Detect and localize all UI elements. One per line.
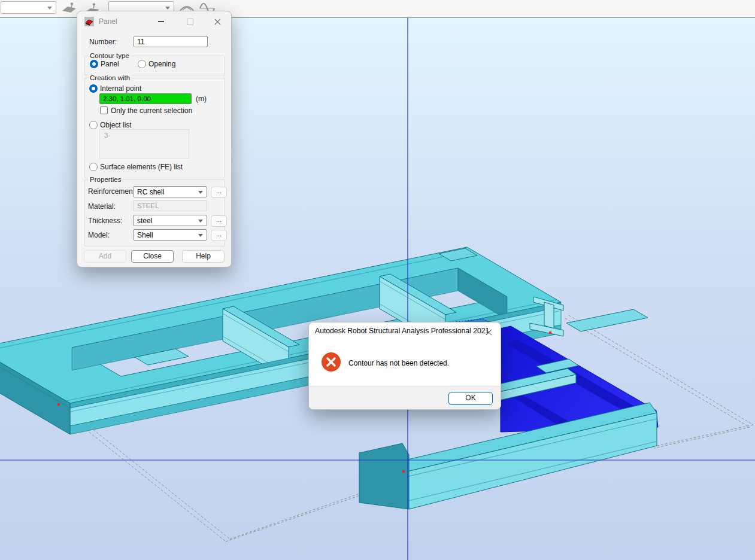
properties-label: Properties [88, 176, 123, 183]
thickness-label: Thickness: [88, 217, 122, 225]
material-field: STEEL [133, 200, 207, 211]
minimize-button[interactable] [153, 16, 169, 28]
minimize-icon [158, 21, 164, 22]
maximize-icon [187, 19, 193, 25]
radio-panel[interactable] [90, 60, 98, 68]
units-label: (m) [196, 95, 207, 103]
panel-dialog-title: Panel [99, 17, 117, 26]
radio-fe-list-label[interactable]: Surface elements (FE) list [100, 163, 183, 171]
contour-type-label: Contour type [88, 52, 131, 59]
radio-object-list[interactable] [89, 121, 98, 129]
radio-panel-label[interactable]: Panel [101, 60, 119, 68]
reinforcement-label: Reinforcement [88, 187, 135, 196]
panel-dialog: Panel Number: Contour type Panel Opening… [77, 11, 232, 267]
error-close-button[interactable] [481, 325, 496, 339]
help-button[interactable]: Help [182, 250, 225, 263]
radio-opening[interactable] [138, 60, 146, 68]
add-button[interactable]: Add [84, 250, 126, 263]
toolbar-combo-1[interactable] [1, 1, 56, 14]
internal-point-coords-input[interactable] [99, 93, 192, 104]
thickness-select[interactable]: steel [133, 215, 207, 226]
error-icon [322, 352, 341, 372]
creation-with-label: Creation with [88, 74, 132, 81]
number-input[interactable] [134, 36, 208, 47]
radio-fe-list[interactable] [89, 163, 98, 171]
radio-object-list-label[interactable]: Object list [100, 121, 132, 129]
thickness-value: steel [137, 217, 152, 225]
reinforcement-more-button[interactable]: ... [211, 187, 227, 198]
ok-button[interactable]: OK [448, 392, 493, 405]
reinforcement-select[interactable]: RC shell [133, 186, 207, 197]
model-more-button[interactable]: ... [211, 230, 227, 241]
only-selection-checkbox[interactable] [100, 106, 108, 114]
error-dialog-title: Autodesk Robot Structural Analysis Profe… [315, 327, 489, 335]
maximize-button[interactable] [182, 16, 198, 28]
model-select[interactable]: Shell [133, 229, 207, 241]
radio-internal-point[interactable] [89, 84, 98, 93]
close-icon [214, 19, 221, 25]
panel-dialog-titlebar[interactable]: Panel [77, 11, 231, 32]
material-label: Material: [88, 202, 116, 211]
radio-opening-label[interactable]: Opening [148, 60, 175, 68]
error-message: Contour has not been detected. [348, 359, 449, 367]
model-label: Model: [88, 231, 110, 239]
object-list-box[interactable]: 3 [99, 129, 189, 159]
panel-tool-icon [61, 1, 78, 16]
panel-dialog-icon [84, 17, 94, 26]
only-selection-label[interactable]: Only the current selection [111, 106, 192, 115]
error-close-icon [486, 329, 492, 336]
error-message-dialog: Autodesk Robot Structural Analysis Profe… [308, 322, 501, 410]
thickness-more-button[interactable]: ... [211, 215, 227, 227]
number-label: Number: [89, 38, 117, 46]
radio-internal-point-label[interactable]: Internal point [100, 84, 141, 93]
model-value: Shell [137, 231, 153, 239]
close-dialog-button[interactable]: Close [131, 250, 174, 263]
close-button[interactable] [210, 16, 225, 28]
reinforcement-value: RC shell [137, 188, 164, 196]
